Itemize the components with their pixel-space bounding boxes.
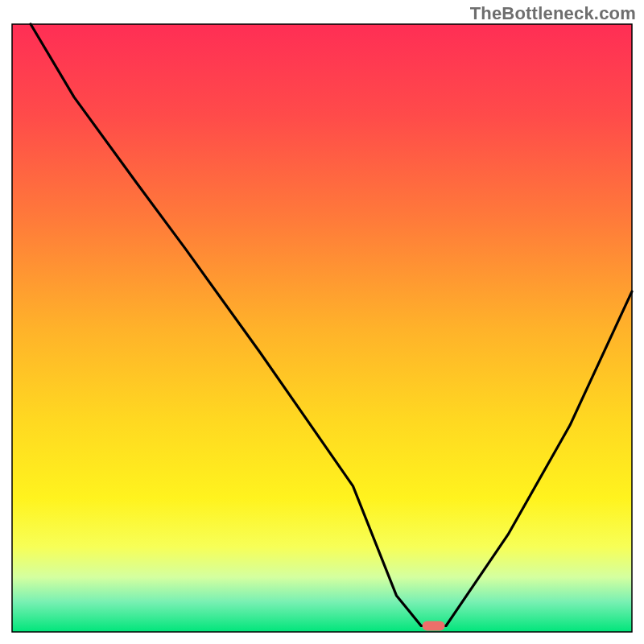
watermark: TheBottleneck.com (470, 3, 636, 24)
plot-area (12, 24, 632, 632)
chart-canvas: TheBottleneck.com (0, 0, 644, 644)
minimum-marker (423, 621, 445, 631)
bottleneck-chart (0, 0, 644, 644)
chart-background (12, 24, 632, 632)
